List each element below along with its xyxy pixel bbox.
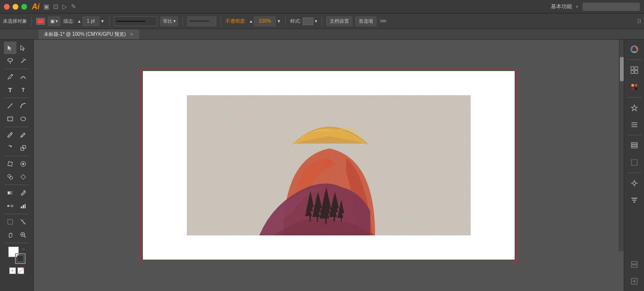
- app-logo: Ai: [32, 2, 40, 11]
- tab-close-icon[interactable]: ✕: [130, 32, 134, 37]
- close-button[interactable]: [4, 4, 10, 10]
- scrollbar-thumb[interactable]: [620, 57, 624, 81]
- stroke-swatch[interactable]: [36, 18, 45, 25]
- tool-divider-1: [5, 69, 29, 69]
- slice-tool[interactable]: [17, 216, 29, 228]
- stroke-type-dropdown[interactable]: ▣ ▾: [48, 16, 60, 26]
- stroke-color-picker[interactable]: [36, 18, 45, 25]
- search-input[interactable]: [582, 2, 640, 11]
- svg-rect-77: [631, 198, 637, 199]
- transform-tool[interactable]: [4, 158, 16, 170]
- scrollbar-vertical[interactable]: [619, 40, 624, 251]
- tool-row-9: [4, 158, 29, 170]
- shape-icon[interactable]: [627, 79, 642, 95]
- ellipse-tool[interactable]: [17, 113, 29, 125]
- stroke-down[interactable]: ▼: [100, 19, 105, 24]
- panel-add-icon[interactable]: [627, 274, 642, 289]
- line-tool[interactable]: [4, 100, 16, 112]
- pencil-tool[interactable]: [17, 129, 29, 141]
- no-selection-label: 未选择对象: [3, 18, 27, 25]
- artboard-white: [143, 71, 515, 260]
- livepaint-tool[interactable]: [17, 171, 29, 183]
- properties-icon[interactable]: [627, 175, 642, 191]
- magic-wand-tool[interactable]: [17, 55, 29, 67]
- svg-rect-22: [21, 206, 22, 208]
- panel-divider-3: [627, 135, 642, 135]
- opacity-area: ▲ ▼: [249, 16, 281, 26]
- type-vertical-tool[interactable]: T: [17, 84, 29, 96]
- none-stroke-icon[interactable]: [17, 267, 24, 274]
- left-toolbar: T T: [0, 40, 34, 291]
- minimize-button[interactable]: [13, 4, 18, 10]
- expand-panel-icon[interactable]: [627, 257, 642, 272]
- artwork-svg: [187, 95, 471, 235]
- zoom-tool[interactable]: [17, 229, 29, 241]
- swap-icon[interactable]: ↔: [21, 247, 26, 251]
- brush-selector[interactable]: [187, 16, 216, 26]
- lasso-tool[interactable]: [4, 55, 16, 67]
- svg-line-9: [21, 136, 22, 137]
- svg-rect-79: [633, 202, 635, 203]
- divider-1: [31, 17, 32, 26]
- type-tool[interactable]: T: [4, 84, 16, 96]
- rect-tool[interactable]: [4, 113, 16, 125]
- opacity-input[interactable]: [254, 16, 276, 26]
- maximize-button[interactable]: [21, 4, 27, 10]
- eyedropper-tool[interactable]: [17, 187, 29, 199]
- tool-divider-6: [5, 214, 29, 214]
- line-type-dropdown[interactable]: 等比 ▾: [160, 16, 178, 26]
- extra-options[interactable]: ⋙: [379, 18, 387, 24]
- arc-tool[interactable]: [17, 100, 29, 112]
- none-color-row: ×: [9, 267, 24, 274]
- doc-settings-button[interactable]: 文档设置: [326, 16, 352, 26]
- scale-tool[interactable]: [17, 142, 29, 154]
- tool-divider-5: [5, 185, 29, 185]
- gradient-tool[interactable]: [4, 187, 16, 199]
- color-tools: ↔: [8, 247, 26, 264]
- curvature-tool[interactable]: [17, 71, 29, 83]
- artboard-panel-icon[interactable]: [627, 155, 642, 170]
- stroke-value-area: ▲ ▼: [77, 16, 105, 26]
- grid-icon[interactable]: [627, 62, 642, 78]
- opacity-up[interactable]: ▲: [249, 19, 253, 24]
- selection-tool[interactable]: [4, 42, 16, 54]
- lines-icon[interactable]: [627, 117, 642, 132]
- shapebuilder-tool[interactable]: [4, 171, 16, 183]
- stroke-up[interactable]: ▲: [77, 19, 82, 24]
- svg-point-72: [633, 182, 636, 185]
- divider-6: [322, 17, 322, 26]
- stroke-color-swatch[interactable]: [15, 253, 26, 264]
- traffic-lights: [4, 4, 27, 10]
- color-wheel-icon[interactable]: [627, 42, 642, 57]
- tab-main[interactable]: 未标题-1* @ 100% (CMYK/GPU 预览) ✕: [39, 29, 139, 39]
- rotate-tool[interactable]: [4, 142, 16, 154]
- paintbrush-tool[interactable]: [4, 129, 16, 141]
- svg-rect-57: [635, 67, 638, 70]
- style-label: 样式: ▾: [290, 17, 317, 25]
- layers-icon[interactable]: [627, 138, 642, 153]
- stroke-value-input[interactable]: [83, 16, 99, 26]
- blend-tool[interactable]: [4, 200, 16, 212]
- align-icon[interactable]: [627, 192, 642, 208]
- type-icon: T: [8, 87, 12, 94]
- svg-rect-56: [631, 67, 634, 70]
- artboard-tool[interactable]: [4, 216, 16, 228]
- opacity-down[interactable]: ▼: [277, 19, 281, 24]
- preferences-button[interactable]: 首选项: [355, 16, 377, 26]
- svg-point-0: [8, 58, 13, 61]
- hand-tool[interactable]: [4, 229, 16, 241]
- tool-divider-4: [5, 156, 29, 156]
- tool-row-13: [4, 216, 29, 228]
- warp-tool[interactable]: [17, 158, 29, 170]
- none-fill-icon[interactable]: ×: [9, 267, 16, 274]
- svg-point-55: [633, 48, 636, 51]
- direct-selection-tool[interactable]: [17, 42, 29, 54]
- column-chart-tool[interactable]: [17, 200, 29, 212]
- star-icon[interactable]: [627, 100, 642, 116]
- tool-row-5: [4, 100, 29, 112]
- line-style-selector[interactable]: [114, 16, 157, 26]
- title-right: 基本功能 ▾: [551, 2, 640, 11]
- collapse-toolbar[interactable]: ⟩⟩: [637, 18, 641, 24]
- pen-tool[interactable]: [4, 71, 16, 83]
- workspace-label[interactable]: 基本功能: [551, 3, 572, 10]
